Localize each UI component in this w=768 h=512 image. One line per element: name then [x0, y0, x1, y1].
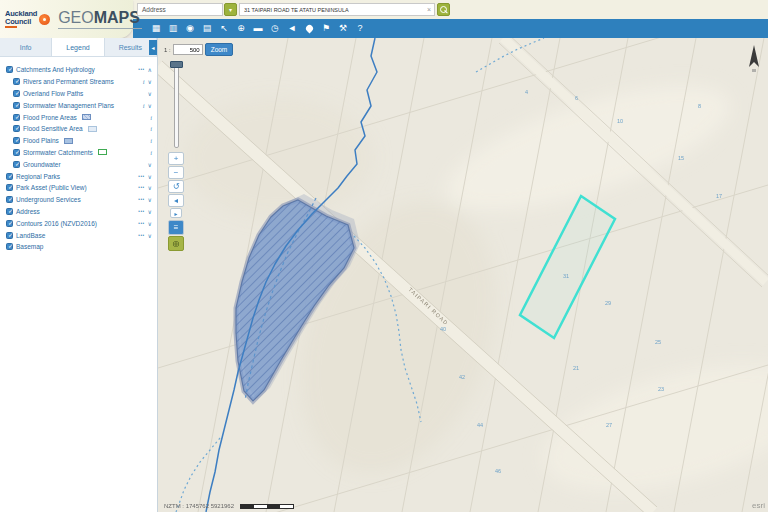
layer-row-stormwater-management-plans[interactable]: Stormwater Management Plansi∨: [0, 99, 157, 111]
layer-checkbox[interactable]: [6, 196, 13, 203]
layer-row-landbase[interactable]: LandBase•••∨: [0, 229, 157, 241]
copy-map-icon[interactable]: ▥: [166, 21, 180, 36]
tab-info[interactable]: Info: [0, 38, 52, 56]
layer-checkbox[interactable]: [13, 161, 20, 168]
layer-checkbox[interactable]: [6, 66, 13, 73]
info-panel-button[interactable]: ≡: [168, 220, 184, 235]
previous-extent-button[interactable]: ◂: [168, 194, 184, 207]
layer-info-icon[interactable]: i: [150, 125, 152, 132]
stormwater-catchments-swatch: [98, 149, 107, 155]
zoom-target-icon[interactable]: ⊕: [234, 21, 248, 36]
layer-row-catchments-and-hydrology[interactable]: Catchments And Hydrology•••∧: [0, 64, 157, 76]
search-button[interactable]: [437, 3, 450, 16]
visibility-icon[interactable]: ◉: [183, 21, 197, 36]
map-canvas[interactable]: TAIPARI ROAD 461081517312925212327404244…: [158, 38, 768, 512]
layer-row-flood-sensitive-area[interactable]: Flood Sensitive Areai: [0, 123, 157, 135]
house-number: 25: [655, 339, 661, 345]
tools-icon[interactable]: ⚒: [336, 21, 350, 36]
identify-back-icon[interactable]: ◄: [285, 21, 299, 36]
layer-row-park-asset-public-view[interactable]: Park Asset (Public View)•••∨: [0, 182, 157, 194]
chevron-down-icon[interactable]: ∨: [148, 173, 152, 180]
print-icon[interactable]: ▤: [200, 21, 214, 36]
layer-checkbox[interactable]: [13, 90, 20, 97]
zoom-out-button[interactable]: −: [168, 166, 184, 179]
layer-info-icon[interactable]: i: [150, 137, 152, 144]
chevron-down-icon[interactable]: ∨: [148, 161, 152, 168]
layer-checkbox[interactable]: [6, 208, 13, 215]
layer-row-address[interactable]: Address•••∨: [0, 206, 157, 218]
layer-checkbox[interactable]: [6, 184, 13, 191]
layer-menu-icon[interactable]: •••: [138, 221, 144, 226]
layer-row-rivers-and-permanent-streams[interactable]: Rivers and Permanent Streamsi∨: [0, 76, 157, 88]
flag-icon[interactable]: ⚑: [319, 21, 333, 36]
zoom-slider-thumb[interactable]: [170, 61, 183, 68]
history-icon[interactable]: ◷: [268, 21, 282, 36]
measure-icon[interactable]: ▬: [251, 21, 265, 36]
layer-row-stormwater-catchments[interactable]: Stormwater Catchmentsi: [0, 147, 157, 159]
help-icon[interactable]: ?: [353, 21, 367, 36]
chevron-down-icon[interactable]: ∨: [148, 208, 152, 215]
layer-checkbox[interactable]: [13, 114, 20, 121]
flood-prone-swatch: [82, 114, 91, 120]
layer-checkbox[interactable]: [13, 102, 20, 109]
sidebar-collapse-button[interactable]: ◂: [149, 40, 157, 55]
chevron-down-icon[interactable]: ∨: [148, 78, 152, 85]
layer-row-flood-prone-areas[interactable]: Flood Prone Areasi: [0, 111, 157, 123]
layer-checkbox[interactable]: [6, 173, 13, 180]
search-category-select[interactable]: Address: [137, 3, 223, 16]
layer-checkbox[interactable]: [13, 149, 20, 156]
layer-label: Catchments And Hydrology: [16, 66, 95, 73]
chevron-down-icon[interactable]: ∨: [148, 90, 152, 97]
zoom-slider-track[interactable]: [174, 64, 179, 148]
layer-menu-icon[interactable]: •••: [138, 67, 144, 72]
layer-checkbox[interactable]: [6, 220, 13, 227]
layer-info-icon[interactable]: i: [150, 114, 152, 121]
layer-row-regional-parks[interactable]: Regional Parks•••∨: [0, 170, 157, 182]
chevron-down-icon[interactable]: ∨: [148, 184, 152, 191]
layer-row-underground-services[interactable]: Underground Services•••∨: [0, 194, 157, 206]
chevron-down-icon[interactable]: ∨: [148, 196, 152, 203]
layer-checkbox[interactable]: [13, 137, 20, 144]
chevron-down-icon[interactable]: ∨: [148, 102, 152, 109]
clear-search-icon[interactable]: ×: [423, 3, 435, 16]
locate-button[interactable]: ◎: [168, 236, 184, 251]
layer-row-groundwater[interactable]: Groundwater∨: [0, 158, 157, 170]
house-number: 10: [617, 118, 623, 124]
layer-row-basemap[interactable]: Basemap: [0, 241, 157, 253]
layer-menu-icon[interactable]: •••: [138, 174, 144, 179]
layer-row-contours-2016-nzvd2016[interactable]: Contours 2016 (NZVD2016)•••∨: [0, 217, 157, 229]
layer-row-flood-plains[interactable]: Flood Plainsi: [0, 135, 157, 147]
layer-checkbox[interactable]: [13, 125, 20, 132]
layer-info-icon[interactable]: i: [150, 149, 152, 156]
full-extent-button[interactable]: ↺: [168, 180, 184, 193]
house-number: 21: [573, 365, 579, 371]
chevron-down-icon[interactable]: ∨: [148, 232, 152, 239]
layer-menu-icon[interactable]: •••: [138, 197, 144, 202]
zoom-apply-button[interactable]: Zoom: [205, 43, 234, 56]
zoom-in-button[interactable]: +: [168, 152, 184, 165]
location-pin-icon[interactable]: [302, 21, 316, 36]
layer-row-overland-flow-paths[interactable]: Overland Flow Paths∨: [0, 88, 157, 100]
layer-label: Address: [16, 208, 40, 215]
layer-menu-icon[interactable]: •••: [138, 185, 144, 190]
layer-checkbox[interactable]: [13, 78, 20, 85]
next-extent-button[interactable]: ▸: [170, 208, 182, 218]
layer-checkbox[interactable]: [6, 243, 13, 250]
pin-shape: [304, 24, 314, 34]
layer-label: Park Asset (Public View): [16, 184, 87, 191]
pointer-select-icon[interactable]: ↖: [217, 21, 231, 36]
search-category-dropdown-button[interactable]: ▾: [224, 3, 237, 16]
chevron-up-icon[interactable]: ∧: [148, 66, 152, 73]
layer-menu-icon[interactable]: •••: [138, 209, 144, 214]
layer-info-icon[interactable]: i: [143, 78, 145, 85]
scale-input[interactable]: [173, 44, 203, 55]
layer-label: Regional Parks: [16, 173, 60, 180]
layer-info-icon[interactable]: i: [143, 102, 145, 109]
layer-menu-icon[interactable]: •••: [138, 233, 144, 238]
tab-legend[interactable]: Legend: [52, 38, 104, 56]
search-icon: [440, 6, 448, 14]
chevron-down-icon[interactable]: ∨: [148, 220, 152, 227]
basemap-grid-icon[interactable]: ▦: [149, 21, 163, 36]
layer-checkbox[interactable]: [6, 232, 13, 239]
search-input[interactable]: [239, 3, 435, 16]
